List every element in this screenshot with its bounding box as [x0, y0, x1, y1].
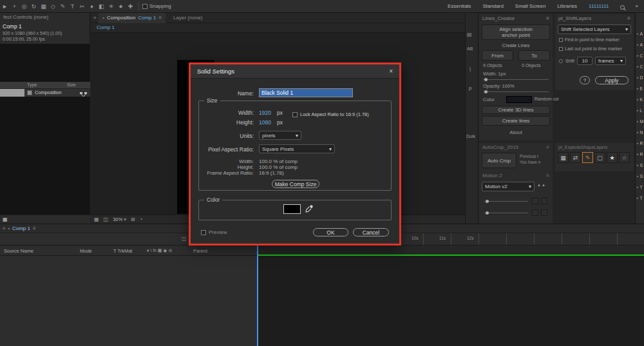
- swap-icon[interactable]: ⇄: [570, 152, 581, 163]
- rail-tab[interactable]: ▸T: [636, 195, 644, 200]
- tab-layer[interactable]: Layer (none): [166, 15, 210, 21]
- lock-aspect-ratio-row[interactable]: Lock Aspect Ratio to 16:9 (1.78): [292, 111, 369, 117]
- workspace-search-icon[interactable]: [615, 1, 630, 12]
- rail-tab[interactable]: ▸N: [636, 130, 644, 135]
- pixel-aspect-ratio-dropdown[interactable]: Square Pixels▾: [259, 144, 335, 153]
- cancel-button[interactable]: Cancel: [353, 228, 389, 236]
- create-lines-button[interactable]: Create lines: [482, 116, 550, 126]
- shift-value-input[interactable]: 10: [577, 57, 592, 65]
- random-color-label[interactable]: Random col: [535, 97, 558, 101]
- resolution-icon[interactable]: ◔: [140, 216, 143, 222]
- eyedropper-icon[interactable]: [305, 204, 313, 215]
- motion-title[interactable]: Motion 2: [482, 173, 502, 178]
- tool-scissors-icon[interactable]: ✂: [77, 1, 87, 12]
- tool-roto-brush-icon[interactable]: ✳: [106, 1, 116, 12]
- explode-title[interactable]: pt_ExplodeShapeLayers: [558, 145, 607, 149]
- star-outline-icon[interactable]: ☆: [619, 152, 630, 163]
- rail-tab[interactable]: ▸L: [636, 108, 644, 113]
- first-in-point-option[interactable]: First in point to time marker: [559, 37, 620, 42]
- create-3d-lines-button[interactable]: Create 3D lines: [482, 106, 550, 114]
- breadcrumb[interactable]: Comp 1: [97, 24, 115, 30]
- workspace-libraries[interactable]: Libraries: [551, 3, 583, 9]
- motion-slider-1[interactable]: [484, 201, 528, 202]
- line-color-swatch[interactable]: [506, 96, 532, 103]
- mini-button[interactable]: [532, 198, 538, 204]
- to-button[interactable]: To: [518, 50, 550, 61]
- lock-aspect-checkbox[interactable]: [292, 112, 298, 117]
- tab-menu-icon[interactable]: ≡: [158, 15, 162, 21]
- rail-tab[interactable]: ▸C: [636, 53, 644, 58]
- column-parent[interactable]: Parent: [193, 248, 207, 254]
- tool-pan-behind-icon[interactable]: ◇: [48, 1, 58, 12]
- mini-button[interactable]: [541, 209, 547, 216]
- name-input[interactable]: [259, 88, 353, 97]
- rail-tab[interactable]: ▸E: [636, 86, 644, 91]
- tab-menu-icon[interactable]: ≡: [33, 226, 36, 231]
- shift-radio[interactable]: [559, 59, 563, 63]
- rail-tab[interactable]: ▸T: [636, 184, 644, 189]
- color-swatch[interactable]: [283, 204, 301, 214]
- workspace-essentials[interactable]: Essentials: [442, 3, 477, 9]
- panel-menu-icon[interactable]: ≡: [546, 173, 549, 178]
- about-button[interactable]: About: [479, 130, 553, 135]
- effect-controls-title[interactable]: fect Controls (none): [3, 14, 48, 20]
- column-trkmat[interactable]: T TrkMat: [113, 248, 132, 254]
- panel-options-icon[interactable]: ▦: [3, 216, 8, 222]
- apply-button[interactable]: Apply: [595, 76, 629, 84]
- auto-crop-button[interactable]: Auto Crop: [482, 153, 516, 168]
- column-source-name[interactable]: Source Name: [4, 248, 33, 254]
- tab-overflow-chevrons[interactable]: »: [3, 226, 5, 231]
- mountains-icon[interactable]: ▲▲: [537, 183, 546, 187]
- tool-eraser-icon[interactable]: ◧: [97, 1, 106, 12]
- make-comp-size-button[interactable]: Make Comp Size: [272, 180, 319, 188]
- workspace-standard[interactable]: Standard: [477, 3, 509, 9]
- rail-tab[interactable]: ▸R: [636, 140, 644, 146]
- tool-selection-icon[interactable]: ►: [0, 1, 10, 12]
- shift-mode-dropdown[interactable]: Shift Selected Layers▾: [558, 24, 631, 34]
- dock-tab-duik[interactable]: Duik: [466, 129, 479, 137]
- tool-zoom-icon[interactable]: ◎: [19, 1, 29, 12]
- tab-composition[interactable]: ▪ Composition Comp 1 ≡: [99, 13, 166, 23]
- layer-list-area[interactable]: [0, 256, 258, 346]
- panel-menu-icon[interactable]: ≡: [627, 15, 630, 21]
- shift-unit-dropdown[interactable]: frames▾: [595, 57, 626, 65]
- dock-tab-p[interactable]: p: [469, 81, 479, 89]
- line-width-slider[interactable]: [483, 79, 549, 80]
- star-filled-icon[interactable]: ★: [607, 152, 618, 163]
- tool-brush-icon[interactable]: ♦: [87, 1, 97, 12]
- layer-track-area[interactable]: [258, 256, 644, 346]
- dialog-title-bar[interactable]: Solid Settings ×: [191, 64, 399, 79]
- composition-row[interactable]: Composition: [0, 89, 90, 97]
- line-opacity-slider[interactable]: [483, 91, 549, 92]
- ok-button[interactable]: OK: [313, 228, 348, 236]
- height-value[interactable]: 1080: [259, 119, 271, 126]
- dock-tab-effects[interactable]: ▤: [467, 27, 477, 35]
- timeline-tab-comp[interactable]: Comp 1: [12, 226, 30, 231]
- from-button[interactable]: From: [482, 50, 513, 61]
- preview-row[interactable]: Preview: [201, 229, 227, 235]
- rail-tab[interactable]: ▸S: [636, 162, 644, 168]
- panel-menu-icon[interactable]: ≡: [546, 15, 549, 21]
- width-value[interactable]: 1920: [259, 110, 271, 116]
- column-mode[interactable]: Mode: [80, 248, 92, 254]
- snapshot-icon[interactable]: ◫: [104, 216, 109, 222]
- grid-guides-icon[interactable]: ⊞: [131, 216, 135, 222]
- help-button[interactable]: ?: [580, 76, 590, 84]
- pen-tool-icon[interactable]: ✎: [582, 152, 593, 163]
- lines-creator-title[interactable]: Lines_Creator: [482, 15, 515, 21]
- rail-tab[interactable]: ▸M: [636, 119, 644, 124]
- close-icon[interactable]: ×: [389, 68, 393, 75]
- rail-tab[interactable]: ▸R: [636, 151, 644, 157]
- align-selection-button[interactable]: Align selectionanchor point: [482, 24, 550, 40]
- tool-hand-icon[interactable]: +: [10, 1, 19, 12]
- shift-layers-title[interactable]: pt_ShiftLayers: [558, 15, 591, 21]
- preview-checkbox[interactable]: [201, 230, 206, 235]
- rail-tab[interactable]: ▸K: [636, 97, 644, 102]
- workspace-overflow-icon[interactable]: »: [630, 3, 644, 9]
- autocrop-title[interactable]: AutoCrop_2015: [482, 144, 518, 150]
- workspace-small-screen[interactable]: Small Screen: [509, 3, 552, 9]
- magnification-dropdown[interactable]: 30%▾: [113, 216, 126, 222]
- dock-tab-bar[interactable]: |: [469, 61, 480, 70]
- square-icon[interactable]: ▢: [594, 152, 605, 163]
- layer-switches-icons[interactable]: ♦ \ fx ▦ ◉ ⊘: [147, 248, 172, 253]
